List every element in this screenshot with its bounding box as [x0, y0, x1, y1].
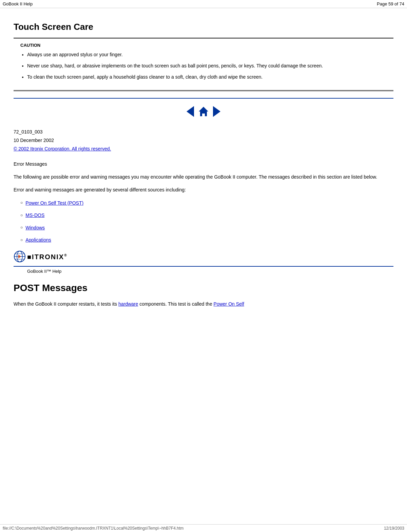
registered-symbol: ®: [64, 253, 67, 257]
post-link[interactable]: Power On Self Test (POST): [25, 199, 83, 207]
caution-box: CAUTION Always use an approved stylus or…: [14, 38, 393, 91]
page-info: Page 59 of 74: [377, 1, 404, 6]
footer-label: GoBook II™ Help: [27, 269, 61, 274]
link-item-windows: Windows: [20, 224, 393, 231]
applications-link[interactable]: Applications: [25, 236, 51, 244]
nav-icon-area: [14, 99, 393, 121]
copyright-link[interactable]: © 2002 Itronix Corporation. All rights r…: [14, 146, 111, 151]
itronix-brand-text: ■ITRONIX®: [27, 251, 67, 263]
footer-bar: GoBook II™ Help: [14, 266, 393, 276]
itronix-globe-icon: [14, 250, 26, 263]
itronix-logo-section: ■ITRONIX®: [14, 250, 393, 263]
power-on-self-link[interactable]: Power On Self: [214, 301, 244, 307]
caution-list: Always use an approved stylus or your fi…: [27, 51, 387, 81]
post-messages-title: POST Messages: [14, 283, 393, 293]
caution-item-2: Never use sharp, hard, or abrasive imple…: [27, 62, 387, 69]
msdos-link[interactable]: MS-DOS: [25, 211, 44, 219]
error-messages-section: Error Messages The following are possibl…: [14, 160, 393, 263]
doc-date: 10 December 2002: [14, 136, 393, 145]
touch-screen-title: Touch Screen Care: [14, 22, 393, 32]
post-intro: When the GoBook II computer restarts, it…: [14, 300, 393, 308]
caution-label: CAUTION: [20, 43, 387, 48]
error-intro1: The following are possible error and war…: [14, 173, 393, 181]
svg-marker-6: [18, 254, 21, 259]
post-intro-start: When the GoBook II computer restarts, it…: [14, 301, 118, 307]
hardware-link[interactable]: hardware: [118, 301, 138, 307]
caution-item-1: Always use an approved stylus or your fi…: [27, 51, 387, 58]
error-sources-list: Power On Self Test (POST) MS-DOS Windows…: [20, 199, 393, 244]
app-title: GoBook II Help: [3, 1, 33, 6]
bottom-bar: file://C:\Documents%20and%20Settings\har…: [0, 524, 407, 532]
itronix-logo: ■ITRONIX®: [14, 250, 393, 263]
error-heading: Error Messages: [14, 160, 393, 168]
bottom-date: 12/19/2003: [384, 526, 404, 531]
windows-link[interactable]: Windows: [25, 224, 45, 231]
meta-info: 72_0103_003 10 December 2002 © 2002 Itro…: [14, 128, 393, 154]
nav-forward-button[interactable]: [213, 106, 220, 117]
error-intro2: Error and warning messages are generated…: [14, 186, 393, 193]
nav-back-button[interactable]: [187, 106, 194, 117]
file-path: file://C:\Documents%20and%20Settings\har…: [3, 526, 183, 531]
post-intro-middle: components. This test is called the: [138, 301, 213, 307]
caution-item-3: To clean the touch screen panel, apply a…: [27, 74, 387, 81]
link-item-applications: Applications: [20, 236, 393, 244]
nav-home-button[interactable]: [197, 105, 210, 118]
doc-id: 72_0103_003: [14, 128, 393, 136]
svg-marker-0: [199, 107, 208, 116]
link-item-msdos: MS-DOS: [20, 211, 393, 219]
link-item-post: Power On Self Test (POST): [20, 199, 393, 207]
